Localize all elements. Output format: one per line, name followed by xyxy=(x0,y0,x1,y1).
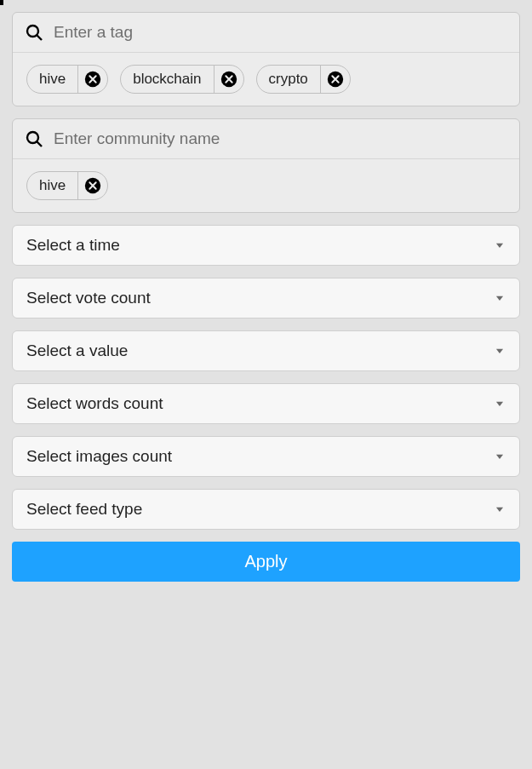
tag-chip: crypto xyxy=(256,65,351,94)
tag-chips-row: hive blockchain crypto xyxy=(13,53,519,106)
select-label: Select words count xyxy=(26,394,163,413)
svg-point-0 xyxy=(27,26,38,37)
community-input-row xyxy=(13,119,519,159)
time-select[interactable]: Select a time xyxy=(12,225,520,266)
images-count-select[interactable]: Select images count xyxy=(12,436,520,477)
chip-remove-button[interactable] xyxy=(78,66,107,93)
chip-label: crypto xyxy=(257,66,320,93)
apply-button[interactable]: Apply xyxy=(12,542,520,582)
tag-chip: hive xyxy=(26,65,108,94)
chip-label: blockchain xyxy=(121,66,213,93)
community-chips-row: hive xyxy=(13,159,519,212)
svg-line-6 xyxy=(37,142,43,147)
svg-point-5 xyxy=(27,132,38,143)
words-count-select[interactable]: Select words count xyxy=(12,383,520,424)
value-select[interactable]: Select a value xyxy=(12,330,520,371)
svg-line-1 xyxy=(37,36,43,41)
chip-label: hive xyxy=(27,172,77,199)
feed-type-select[interactable]: Select feed type xyxy=(12,489,520,530)
chevron-down-icon xyxy=(494,398,506,410)
select-label: Select vote count xyxy=(26,289,151,307)
spacer xyxy=(12,582,520,769)
select-label: Select a time xyxy=(26,236,120,255)
chevron-down-icon xyxy=(494,503,506,515)
chevron-down-icon xyxy=(494,292,506,304)
select-label: Select feed type xyxy=(26,500,142,519)
chevron-down-icon xyxy=(494,239,506,251)
select-label: Select images count xyxy=(26,447,172,466)
chevron-down-icon xyxy=(494,345,506,357)
tag-filter-card: hive blockchain crypto xyxy=(12,12,520,106)
tag-input-row xyxy=(13,13,519,53)
community-filter-card: hive xyxy=(12,118,520,213)
chip-remove-button[interactable] xyxy=(321,66,350,93)
filter-panel: hive blockchain crypto xyxy=(0,0,532,769)
vote-count-select[interactable]: Select vote count xyxy=(12,278,520,319)
tag-input[interactable] xyxy=(54,23,509,42)
search-icon xyxy=(23,128,45,150)
chevron-down-icon xyxy=(494,450,506,462)
select-label: Select a value xyxy=(26,341,128,360)
community-input[interactable] xyxy=(54,129,509,148)
chip-label: hive xyxy=(27,66,77,93)
chip-remove-button[interactable] xyxy=(215,66,243,93)
community-chip: hive xyxy=(26,171,108,200)
search-icon xyxy=(23,21,45,43)
chip-remove-button[interactable] xyxy=(78,172,107,199)
tag-chip: blockchain xyxy=(120,65,243,94)
